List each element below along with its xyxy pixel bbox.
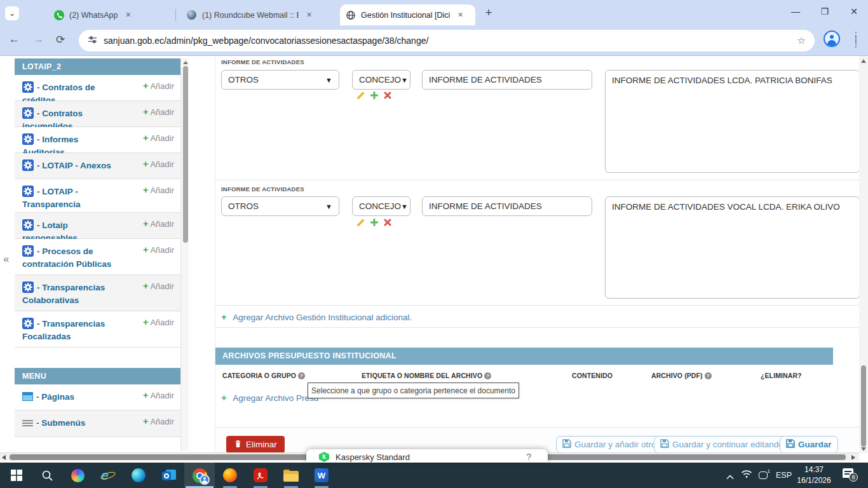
save-button[interactable]: Guardar bbox=[780, 436, 838, 453]
save-and-continue-button[interactable]: Guardar y continuar editando bbox=[654, 436, 790, 453]
word-icon[interactable]: W bbox=[306, 463, 337, 488]
profile-avatar[interactable] bbox=[824, 30, 840, 47]
taskbar-clock[interactable]: 14:37 16/1/2026 bbox=[793, 464, 835, 486]
back-icon[interactable]: ← bbox=[9, 33, 20, 46]
add-link[interactable]: +Añadir bbox=[143, 81, 174, 91]
sidebar-item-contratos-creditos[interactable]: - Contratos de créditos +Añadir bbox=[15, 75, 180, 101]
help-icon[interactable]: ? bbox=[705, 372, 712, 379]
address-bar[interactable]: sanjuan.gob.ec/admin/pkg_webpage/convoca… bbox=[79, 30, 815, 51]
scroll-up-icon[interactable] bbox=[861, 59, 866, 63]
close-tab-icon[interactable]: × bbox=[455, 10, 466, 20]
sidebar-item-contratos-incumplidos[interactable]: - Contratos incumplidos +Añadir bbox=[15, 101, 180, 127]
scroll-down-icon[interactable] bbox=[861, 447, 866, 451]
sidebar-item-label[interactable]: - Transparencias Colaborativas bbox=[22, 283, 105, 305]
scroll-left-icon[interactable] bbox=[2, 455, 6, 460]
edit-icon[interactable] bbox=[356, 218, 365, 227]
audience-select[interactable]: CONCEJO▼ bbox=[352, 196, 410, 216]
sidebar-item-paginas[interactable]: - Páginas +Añadir bbox=[15, 384, 180, 410]
delete-icon[interactable] bbox=[383, 218, 392, 227]
page-vertical-scrollbar[interactable] bbox=[859, 56, 868, 453]
add-presupuesto-file-link[interactable]: + Agregar Archivo Presu bbox=[221, 392, 318, 403]
wifi-icon[interactable] bbox=[741, 470, 752, 481]
file-name-input[interactable] bbox=[422, 70, 592, 90]
tab-roundcube[interactable]: (1) Roundcube Webmail :: Entra × bbox=[181, 4, 322, 25]
close-tab-icon[interactable]: × bbox=[304, 10, 315, 20]
forward-icon[interactable]: → bbox=[33, 33, 44, 46]
new-tab-button[interactable]: + bbox=[481, 6, 496, 20]
bookmark-star-icon[interactable]: ☆ bbox=[797, 35, 806, 46]
add-link[interactable]: +Añadir bbox=[143, 219, 174, 229]
file-name-input[interactable] bbox=[422, 196, 592, 216]
edit-icon[interactable] bbox=[356, 91, 365, 100]
restore-button[interactable]: ❐ bbox=[815, 3, 834, 20]
add-link[interactable]: +Añadir bbox=[143, 159, 174, 169]
sidebar-item-lotaip-transparencia[interactable]: - LOTAIP - Transparencia +Añadir bbox=[15, 179, 180, 213]
sidebar-item-informes-auditorias[interactable]: - Informes Auditorías +Añadir bbox=[15, 127, 180, 153]
add-link[interactable]: +Añadir bbox=[143, 185, 174, 195]
kaspersky-notification[interactable]: k Kaspersky Standard ? bbox=[306, 449, 548, 463]
help-icon[interactable]: ? bbox=[484, 372, 491, 379]
help-icon[interactable]: ? bbox=[298, 372, 305, 379]
sidebar-item-label[interactable]: - Páginas bbox=[36, 392, 74, 402]
tray-device-icon[interactable]: 1 bbox=[759, 470, 768, 482]
sidebar-collapse-icon[interactable]: « bbox=[3, 253, 9, 266]
edge-icon[interactable] bbox=[123, 463, 154, 488]
add-link[interactable]: +Añadir bbox=[143, 281, 174, 291]
kaspersky-help-icon[interactable]: ? bbox=[526, 452, 531, 462]
tab-whatsapp[interactable]: (2) WhatsApp × bbox=[48, 4, 172, 25]
sidebar-item-label[interactable]: - Procesos de contratación Públicas bbox=[22, 247, 111, 269]
sidebar-item-label[interactable]: - LOTAIP - Anexos bbox=[37, 161, 111, 170]
minimize-button[interactable]: — bbox=[786, 3, 805, 20]
add-link[interactable]: +Añadir bbox=[143, 245, 174, 255]
start-button[interactable] bbox=[1, 463, 32, 488]
notification-center-icon[interactable]: 8 bbox=[843, 468, 853, 480]
reload-icon[interactable]: ⟳ bbox=[56, 33, 65, 46]
internet-explorer-icon[interactable]: e bbox=[93, 463, 123, 488]
delete-button[interactable]: Eliminar bbox=[226, 436, 285, 453]
category-select[interactable]: OTROS▼ bbox=[221, 196, 339, 216]
tab-search-button[interactable]: ⌄ bbox=[5, 6, 19, 20]
sidebar-item-transparencias-colaborativas[interactable]: - Transparencias Colaborativas +Añadir bbox=[15, 275, 180, 311]
copilot-icon[interactable] bbox=[62, 463, 93, 488]
chrome-icon-active[interactable] bbox=[184, 463, 215, 488]
delete-icon[interactable] bbox=[383, 91, 392, 100]
add-link[interactable]: +Añadir bbox=[143, 133, 174, 143]
url-text[interactable]: sanjuan.gob.ec/admin/pkg_webpage/convoca… bbox=[104, 36, 791, 46]
add-link[interactable]: +Añadir bbox=[143, 416, 174, 426]
scroll-right-icon[interactable] bbox=[851, 455, 855, 460]
sidebar-item-label[interactable]: - Transparencias Focalizadas bbox=[22, 319, 105, 341]
category-select[interactable]: OTROS▼ bbox=[221, 70, 339, 90]
add-link[interactable]: +Añadir bbox=[143, 107, 174, 117]
firefox-icon[interactable] bbox=[215, 463, 245, 488]
audience-select[interactable]: CONCEJO▼ bbox=[352, 70, 410, 90]
browser-menu-icon[interactable]: ⋮⋮⋮ bbox=[851, 33, 858, 46]
description-textarea[interactable]: INFORME DE ACTIVIDADES VOCAL LCDA. ERIKA… bbox=[605, 196, 859, 299]
add-icon[interactable] bbox=[370, 218, 379, 227]
add-link[interactable]: +Añadir bbox=[143, 317, 174, 327]
tab-gestion-institucional-active[interactable]: Gestión Institucional [Diciembre × bbox=[340, 4, 475, 25]
sidebar-item-label[interactable]: - Submenús bbox=[36, 418, 85, 428]
search-icon[interactable] bbox=[32, 463, 62, 488]
acrobat-icon[interactable] bbox=[245, 463, 276, 488]
add-gestion-file-link[interactable]: + Agregar Archivo Gestión Institucional … bbox=[221, 311, 412, 323]
language-indicator[interactable]: ESP bbox=[776, 471, 792, 480]
add-link[interactable]: +Añadir bbox=[143, 390, 174, 400]
outlook-icon[interactable] bbox=[154, 463, 184, 488]
sidebar-item-lotaip-anexos[interactable]: - LOTAIP - Anexos +Añadir bbox=[15, 153, 180, 179]
close-tab-icon[interactable]: × bbox=[123, 10, 133, 20]
sidebar-item-transparencias-focalizadas[interactable]: - Transparencias Focalizadas +Añadir bbox=[15, 311, 180, 348]
site-settings-icon[interactable] bbox=[88, 35, 97, 47]
file-explorer-icon[interactable] bbox=[276, 463, 306, 488]
save-and-add-button[interactable]: Guardar y añadir otro bbox=[556, 436, 662, 453]
sidebar-item-submenus[interactable]: - Submenús +Añadir bbox=[15, 410, 180, 437]
scroll-up-icon[interactable] bbox=[183, 61, 188, 64]
add-icon[interactable] bbox=[370, 91, 379, 100]
vertical-scrollbar-thumb[interactable] bbox=[861, 365, 866, 447]
sidebar-item-procesos-contratacion[interactable]: - Procesos de contratación Públicas +Aña… bbox=[15, 239, 180, 275]
sidebar-scrollbar[interactable] bbox=[180, 58, 189, 451]
sidebar-scrollbar-thumb[interactable] bbox=[183, 66, 188, 243]
description-textarea[interactable]: INFORME DE ACTIVIDADES LCDA. PATRICIA BO… bbox=[605, 70, 859, 173]
tray-hidden-icons-chevron[interactable] bbox=[726, 471, 734, 482]
sidebar-item-lotaip-responsables[interactable]: - Lotaip responsables +Añadir bbox=[15, 213, 180, 239]
close-window-button[interactable]: ✕ bbox=[844, 3, 864, 20]
